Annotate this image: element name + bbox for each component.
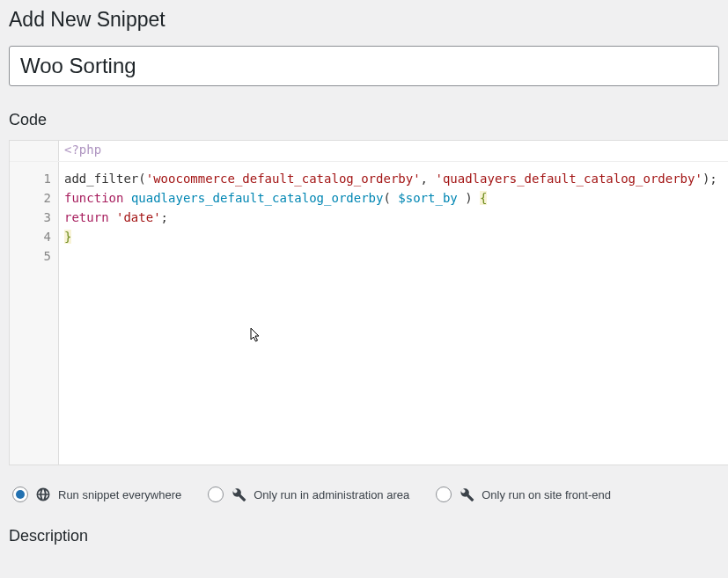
tok-paren: );	[702, 172, 717, 186]
code-line: function quadlayers_default_catalog_orde…	[64, 188, 723, 208]
wrench-icon	[231, 487, 246, 502]
line-number: 3	[10, 208, 51, 227]
scope-label: Run snippet everywhere	[58, 488, 181, 501]
tok-comma: ,	[421, 172, 436, 186]
scope-option-admin[interactable]: Only run in administration area	[208, 487, 409, 502]
code-editor[interactable]: <?php 1 2 3 4 5 add_filter('woocommerce_…	[9, 140, 728, 465]
tok-var: $sort_by	[398, 191, 457, 205]
tok-funcname: quadlayers_default_catalog_orderby	[131, 191, 384, 205]
radio-input[interactable]	[436, 487, 452, 502]
tok-keyword: return	[64, 210, 109, 224]
tok-paren: )	[458, 191, 480, 205]
tok-string: 'woocommerce_default_catalog_orderby'	[146, 172, 421, 186]
scope-options: Run snippet everywhere Only run in admin…	[0, 465, 728, 513]
wrench-icon	[459, 487, 474, 502]
code-line: add_filter('woocommerce_default_catalog_…	[64, 169, 723, 188]
tok-paren: (	[138, 172, 145, 186]
tok-brace: }	[64, 230, 71, 244]
page-title: Add New Snippet	[0, 0, 728, 35]
code-body: 1 2 3 4 5 add_filter('woocommerce_defaul…	[10, 162, 728, 465]
line-number: 5	[10, 246, 51, 266]
editor-header: <?php	[10, 141, 728, 162]
php-open-tag: <?php	[59, 141, 107, 161]
snippet-title-wrap	[0, 35, 728, 86]
tok-string: 'date'	[116, 210, 161, 224]
tok-brace: {	[480, 191, 487, 205]
description-heading: Description	[0, 513, 728, 545]
code-content[interactable]: add_filter('woocommerce_default_catalog_…	[59, 162, 728, 465]
scope-option-frontend[interactable]: Only run on site front-end	[436, 487, 611, 502]
scope-label: Only run on site front-end	[482, 488, 611, 501]
mouse-cursor-icon	[182, 308, 262, 368]
line-numbers: 1 2 3 4 5	[10, 162, 59, 465]
tok-string: 'quadlayers_default_catalog_orderby'	[435, 172, 702, 186]
tok-space	[109, 210, 116, 224]
tok-paren: (	[383, 191, 398, 205]
line-number: 4	[10, 227, 51, 246]
line-number: 1	[10, 169, 51, 188]
code-heading: Code	[0, 86, 728, 140]
scope-label: Only run in administration area	[254, 488, 409, 501]
tok-space	[123, 191, 130, 205]
radio-input[interactable]	[208, 487, 224, 502]
scope-option-everywhere[interactable]: Run snippet everywhere	[12, 487, 181, 502]
tok-keyword: function	[64, 191, 123, 205]
gutter-header-col	[10, 141, 59, 161]
code-line: }	[64, 227, 723, 246]
globe-icon	[35, 487, 51, 502]
radio-input[interactable]	[12, 487, 28, 502]
line-number: 2	[10, 188, 51, 208]
tok-func: add_filter	[64, 172, 138, 186]
code-line: return 'date';	[64, 208, 723, 227]
tok-semi: ;	[161, 210, 168, 224]
snippet-title-input[interactable]	[9, 46, 719, 86]
